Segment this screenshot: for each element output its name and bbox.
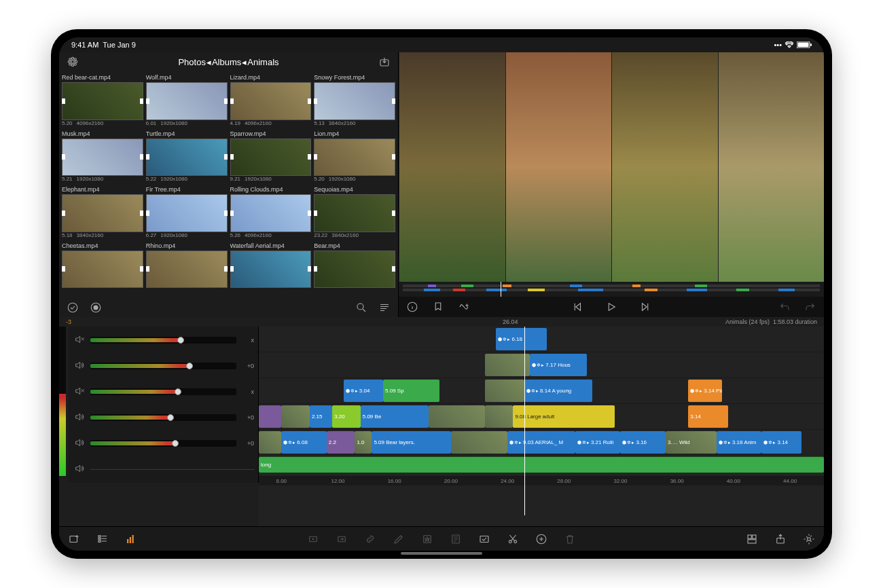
- mini-clip[interactable]: [428, 284, 436, 287]
- master-slider[interactable]: [90, 469, 254, 470]
- levels-button[interactable]: [123, 531, 139, 547]
- timeline-clip[interactable]: ⬢✲▸6.08: [281, 431, 327, 454]
- select-all-button[interactable]: [65, 299, 81, 316]
- notes-button[interactable]: [448, 531, 464, 547]
- timeline-ruler[interactable]: 8.0012.0016.0020.0024.0028.0032.0036.004…: [259, 475, 824, 485]
- volume-slider[interactable]: [90, 440, 236, 447]
- clip-item[interactable]: Sparrow.mp4 9.211920x1080: [230, 130, 312, 184]
- redo-button[interactable]: [802, 299, 818, 315]
- breadcrumb-albums[interactable]: Albums: [212, 57, 241, 67]
- mini-clip[interactable]: [424, 289, 441, 291]
- timeline-clip[interactable]: ⬢✲▸3.21 Rolli: [575, 431, 621, 454]
- clip-item[interactable]: Waterfall Aerial.mp4: [230, 242, 312, 296]
- clip-item[interactable]: Rhino.mp4: [146, 242, 228, 296]
- clip-thumbnail[interactable]: [146, 194, 228, 232]
- insert-button[interactable]: [305, 531, 321, 547]
- breadcrumb-animals[interactable]: Animals: [247, 57, 278, 67]
- timeline-clip[interactable]: ⬢✲▸3.14: [761, 431, 801, 454]
- clip-thumbnail[interactable]: [314, 194, 395, 232]
- layout-button[interactable]: [744, 531, 760, 547]
- timeline-clip[interactable]: ⬢✲▸3.14 Plai: [688, 380, 722, 402]
- volume-slider[interactable]: [90, 414, 236, 421]
- volume-slider[interactable]: [90, 337, 236, 344]
- info-button[interactable]: [404, 299, 420, 315]
- clip-item[interactable]: Red bear-cat.mp4 5.204096x2160: [62, 74, 143, 128]
- mini-clip[interactable]: [695, 284, 707, 287]
- clip-item[interactable]: Cheetas.mp4: [62, 242, 143, 296]
- list-view-button[interactable]: [376, 299, 393, 316]
- timeline-clip[interactable]: ⬢✲▸3.04: [344, 380, 383, 402]
- clip-item[interactable]: Snowy Forest.mp4 5.133840x2160: [314, 74, 395, 128]
- volume-slider[interactable]: [90, 388, 236, 395]
- mini-clip[interactable]: [453, 289, 465, 291]
- timeline-clip[interactable]: 1.0: [355, 431, 372, 454]
- mute-icon[interactable]: [73, 334, 86, 346]
- clip-thumbnail[interactable]: [314, 251, 395, 289]
- add-track-button[interactable]: [66, 531, 82, 547]
- timeline-clip[interactable]: 9.08 Large adult: [513, 405, 615, 428]
- clip-thumbnail[interactable]: [230, 139, 312, 177]
- clip-thumbnail[interactable]: [62, 194, 143, 232]
- clip-thumbnail[interactable]: [146, 82, 228, 120]
- timeline-clip[interactable]: [485, 380, 524, 402]
- timeline-clip[interactable]: 2.2: [327, 431, 355, 454]
- master-speaker-icon[interactable]: [73, 463, 86, 475]
- mini-clip[interactable]: [528, 289, 545, 291]
- timeline-clip[interactable]: 3.… Wild: [666, 431, 717, 454]
- timeline-clip[interactable]: 3.20: [332, 405, 361, 428]
- timeline-tracks[interactable]: ⬢✲▸6.18⬢✲▸7.17 Hous⬢✲▸3.045.09 Sp⬢✲▸8.14…: [259, 327, 824, 526]
- play-button[interactable]: [603, 299, 619, 315]
- mini-timeline[interactable]: [399, 282, 824, 297]
- timeline-clip[interactable]: [259, 431, 281, 454]
- timeline-clip[interactable]: ⬢✲▸3.18 Anim: [717, 431, 762, 454]
- mini-clip[interactable]: [503, 284, 511, 287]
- link-button[interactable]: [362, 531, 378, 547]
- preview-viewport[interactable]: [399, 52, 824, 282]
- clip-thumbnail[interactable]: [62, 251, 143, 289]
- timeline-clip[interactable]: [485, 354, 530, 376]
- clip-item[interactable]: Fir Tree.mp4 6.271920x1080: [146, 186, 228, 240]
- clip-thumbnail[interactable]: [146, 139, 228, 177]
- cut-button[interactable]: [505, 531, 521, 547]
- mini-clip[interactable]: [645, 289, 657, 291]
- timeline-clip[interactable]: ⬢✲▸7.17 Hous: [530, 354, 586, 376]
- speaker-icon[interactable]: [73, 411, 86, 424]
- speaker-icon[interactable]: [73, 360, 86, 372]
- timeline-clip[interactable]: ⬢✲▸8.14 A young: [524, 380, 592, 402]
- volume-slider[interactable]: [90, 363, 236, 369]
- next-button[interactable]: [637, 299, 653, 315]
- timeline-clip[interactable]: 5.09 Be: [361, 405, 429, 428]
- clip-thumbnail[interactable]: [62, 82, 143, 120]
- mini-clip[interactable]: [578, 289, 603, 291]
- timeline-clip[interactable]: ⬢✲▸3.16: [620, 431, 666, 454]
- timeline-track[interactable]: ⬢✲▸7.17 Hous: [259, 352, 824, 378]
- timeline-clip[interactable]: [259, 405, 281, 428]
- clip-item[interactable]: Bear.mp4: [314, 242, 395, 296]
- breadcrumb-photos[interactable]: Photos: [178, 57, 205, 67]
- add-keyframe-button[interactable]: [456, 299, 472, 315]
- clip-thumbnail[interactable]: [62, 139, 143, 177]
- record-button[interactable]: [88, 299, 104, 316]
- clip-thumbnail[interactable]: [230, 251, 312, 289]
- clip-thumbnail[interactable]: [230, 82, 312, 120]
- mini-clip[interactable]: [687, 289, 708, 291]
- edit-button[interactable]: [391, 531, 407, 547]
- prev-button[interactable]: [569, 299, 585, 315]
- undo-button[interactable]: [776, 299, 793, 315]
- clip-thumbnail[interactable]: [230, 194, 312, 232]
- speaker-icon[interactable]: [73, 437, 86, 449]
- delete-button[interactable]: [562, 531, 578, 547]
- timeline-clip[interactable]: [451, 431, 507, 454]
- mini-clip[interactable]: [461, 284, 473, 287]
- mini-clip[interactable]: [736, 289, 749, 291]
- clip-thumbnail[interactable]: [146, 251, 228, 289]
- share-button[interactable]: [772, 531, 789, 547]
- clip-item[interactable]: Turtle.mp4 5.221920x1080: [146, 130, 228, 184]
- playhead[interactable]: [524, 327, 525, 515]
- clip-item[interactable]: Rolling Clouds.mp4 5.264096x2160: [230, 186, 312, 240]
- timeline-track[interactable]: ⬢✲▸6.082.21.05.09 Bear layers.⬢✲▸9.03 AE…: [259, 430, 824, 456]
- timeline-track[interactable]: 2.153.205.09 Be9.08 Large adult3.14: [259, 404, 824, 430]
- add-clip-button[interactable]: [533, 531, 549, 547]
- timeline-clip[interactable]: 5.09 Bear layers.: [372, 431, 450, 454]
- import-button[interactable]: [376, 54, 393, 70]
